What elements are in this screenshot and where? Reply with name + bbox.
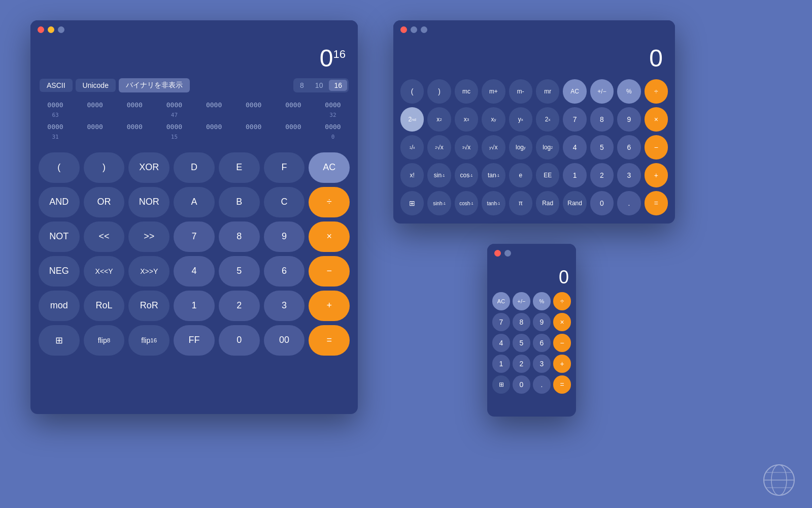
sci-divide[interactable]: ÷ bbox=[645, 79, 668, 104]
sci-sqrty[interactable]: y√x bbox=[482, 135, 505, 160]
or-button[interactable]: OR bbox=[84, 187, 125, 217]
ac-button[interactable]: AC bbox=[309, 152, 350, 183]
basic-8[interactable]: 8 bbox=[513, 313, 530, 331]
sci-mc[interactable]: mc bbox=[455, 79, 478, 104]
sci-mplus[interactable]: m+ bbox=[482, 79, 505, 104]
sci-x2[interactable]: x2 bbox=[427, 107, 451, 132]
basic-subtract[interactable]: − bbox=[553, 334, 571, 352]
sci-3[interactable]: 3 bbox=[617, 163, 640, 187]
sci-subtract[interactable]: − bbox=[645, 135, 668, 160]
sci-asinh[interactable]: sinh-1 bbox=[427, 191, 451, 215]
6-button[interactable]: 6 bbox=[264, 256, 305, 287]
ascii-tab[interactable]: ASCII bbox=[40, 79, 73, 92]
equals-button[interactable]: = bbox=[309, 325, 350, 356]
sci-5[interactable]: 5 bbox=[590, 135, 614, 160]
subtract-button[interactable]: − bbox=[309, 256, 350, 287]
basic-5[interactable]: 5 bbox=[513, 334, 530, 352]
e-button[interactable]: E bbox=[219, 152, 260, 183]
ror-button[interactable]: RoR bbox=[128, 291, 170, 321]
calc-icon-button[interactable]: ⊞ bbox=[39, 325, 80, 356]
sci-9[interactable]: 9 bbox=[617, 107, 640, 132]
sci-mr[interactable]: mr bbox=[536, 79, 559, 104]
basic-divide[interactable]: ÷ bbox=[553, 292, 571, 310]
base-8-tab[interactable]: 8 bbox=[295, 80, 309, 91]
paren-close-button[interactable]: ) bbox=[84, 152, 125, 183]
basic-multiply[interactable]: × bbox=[553, 313, 571, 331]
xor-button[interactable]: XOR bbox=[128, 152, 170, 183]
sci-add[interactable]: + bbox=[645, 163, 668, 187]
sci-equals[interactable]: = bbox=[645, 191, 668, 215]
lshift-button[interactable]: << bbox=[84, 221, 125, 252]
sci-sign[interactable]: +/− bbox=[590, 79, 614, 104]
basic-close-button[interactable] bbox=[494, 250, 501, 257]
sci-8[interactable]: 8 bbox=[590, 107, 614, 132]
binary-hide-tab[interactable]: バイナリを非表示 bbox=[119, 78, 190, 92]
maximize-button[interactable] bbox=[58, 26, 64, 33]
sci-acos[interactable]: cos-1 bbox=[455, 163, 478, 187]
basic-ac[interactable]: AC bbox=[492, 292, 510, 310]
0-button[interactable]: 0 bbox=[219, 325, 260, 356]
ff-button[interactable]: FF bbox=[174, 325, 215, 356]
sci-logy[interactable]: logy bbox=[509, 135, 532, 160]
flip8-button[interactable]: flip8 bbox=[84, 325, 125, 356]
basic-0[interactable]: 0 bbox=[513, 375, 530, 394]
sci-2[interactable]: 2 bbox=[590, 163, 614, 187]
sci-close-button[interactable] bbox=[400, 26, 407, 33]
not-button[interactable]: NOT bbox=[39, 221, 80, 252]
sci-ac[interactable]: AC bbox=[563, 79, 586, 104]
8-button[interactable]: 8 bbox=[219, 221, 260, 252]
sci-xy[interactable]: xy bbox=[482, 107, 505, 132]
sci-7[interactable]: 7 bbox=[563, 107, 586, 132]
sci-rand[interactable]: Rand bbox=[563, 191, 586, 215]
sci-6[interactable]: 6 bbox=[617, 135, 640, 160]
base-10-tab[interactable]: 10 bbox=[310, 80, 328, 91]
flip16-button[interactable]: flip16 bbox=[128, 325, 170, 356]
2-button[interactable]: 2 bbox=[219, 291, 260, 321]
sci-e[interactable]: e bbox=[509, 163, 532, 187]
sci-percent[interactable]: % bbox=[617, 79, 640, 104]
basic-sign[interactable]: +/− bbox=[513, 292, 530, 310]
9-button[interactable]: 9 bbox=[264, 221, 305, 252]
basic-2[interactable]: 2 bbox=[513, 355, 530, 373]
sci-log2[interactable]: log2 bbox=[536, 135, 559, 160]
minimize-button[interactable] bbox=[48, 26, 54, 33]
sci-decimal[interactable]: . bbox=[617, 191, 640, 215]
c-button[interactable]: C bbox=[264, 187, 305, 217]
sci-factorial[interactable]: x! bbox=[400, 163, 424, 187]
mod-button[interactable]: mod bbox=[39, 291, 80, 321]
sci-asin[interactable]: sin-1 bbox=[427, 163, 451, 187]
xlshy-button[interactable]: X<<Y bbox=[84, 256, 125, 287]
sci-yx[interactable]: yx bbox=[509, 107, 532, 132]
sci-atanh[interactable]: tanh-1 bbox=[482, 191, 505, 215]
sci-mminus[interactable]: m- bbox=[509, 79, 532, 104]
sci-inv[interactable]: 1/x bbox=[400, 135, 424, 160]
base-16-tab[interactable]: 16 bbox=[329, 80, 347, 91]
sci-0[interactable]: 0 bbox=[590, 191, 614, 215]
5-button[interactable]: 5 bbox=[219, 256, 260, 287]
basic-4[interactable]: 4 bbox=[492, 334, 510, 352]
sci-paren-open[interactable]: ( bbox=[400, 79, 424, 104]
sci-x3[interactable]: x3 bbox=[455, 107, 478, 132]
f-button[interactable]: F bbox=[264, 152, 305, 183]
basic-decimal[interactable]: . bbox=[533, 375, 551, 394]
basic-calc-icon[interactable]: ⊞ bbox=[492, 375, 510, 394]
neg-button[interactable]: NEG bbox=[39, 256, 80, 287]
basic-3[interactable]: 3 bbox=[533, 355, 551, 373]
00-button[interactable]: 00 bbox=[264, 325, 305, 356]
and-button[interactable]: AND bbox=[39, 187, 80, 217]
basic-equals[interactable]: = bbox=[553, 375, 571, 394]
sci-maximize-button[interactable] bbox=[421, 26, 427, 33]
d-button[interactable]: D bbox=[174, 152, 215, 183]
unicode-tab[interactable]: Unicode bbox=[76, 79, 116, 92]
7-button[interactable]: 7 bbox=[174, 221, 215, 252]
sci-4[interactable]: 4 bbox=[563, 135, 586, 160]
sci-multiply[interactable]: × bbox=[645, 107, 668, 132]
sci-rad[interactable]: Rad bbox=[536, 191, 559, 215]
multiply-button[interactable]: × bbox=[309, 221, 350, 252]
rshift-button[interactable]: >> bbox=[128, 221, 170, 252]
xrshy-button[interactable]: X>>Y bbox=[128, 256, 170, 287]
sci-ee[interactable]: EE bbox=[536, 163, 559, 187]
a-button[interactable]: A bbox=[174, 187, 215, 217]
add-button[interactable]: + bbox=[309, 291, 350, 321]
sci-2x[interactable]: 2x bbox=[536, 107, 559, 132]
